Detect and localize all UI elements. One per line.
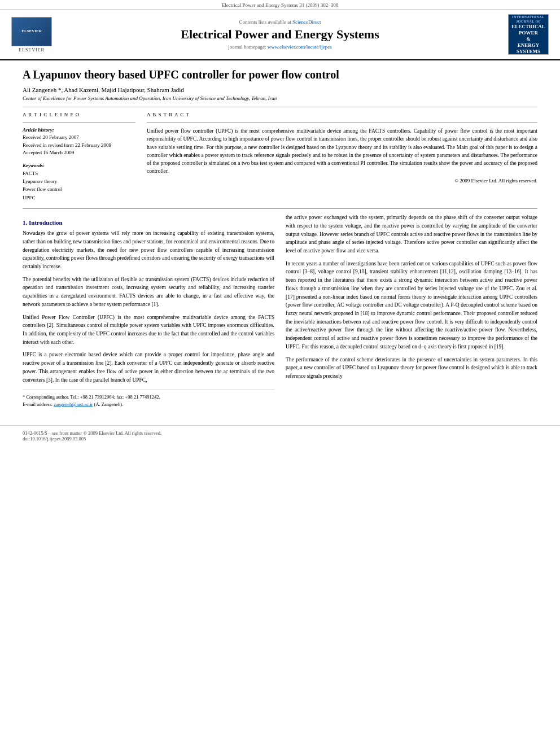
- info-divider: [23, 122, 135, 123]
- right-logo-box: INTERNATIONAL JOURNAL OF ELECTRICALPOWER…: [508, 14, 549, 55]
- received-1: Received 20 February 2007: [23, 134, 135, 142]
- affiliation: Center of Excellence for Power Systems A…: [23, 95, 537, 101]
- keyword-2: Lyapunov theory: [23, 177, 135, 185]
- abstract-text: Unified power flow controller (UPFC) is …: [147, 127, 537, 176]
- accepted: Accepted 16 March 2009: [23, 149, 135, 157]
- journal-title: Electrical Power and Energy Systems: [65, 27, 495, 42]
- section1-title: 1. Introduction: [23, 219, 274, 226]
- intro-para3: Unified Power Flow Controller (UPFC) is …: [23, 313, 274, 347]
- journal-right-logo: INTERNATIONAL JOURNAL OF ELECTRICALPOWER…: [506, 14, 551, 55]
- abstract-divider: [147, 122, 537, 123]
- body-two-col: 1. Introduction Nowadays the grow of pow…: [23, 213, 537, 408]
- article-info: A R T I C L E I N F O Article history: R…: [23, 112, 135, 202]
- sciencedirect-link[interactable]: ScienceDirect: [292, 19, 321, 25]
- info-abstract-row: A R T I C L E I N F O Article history: R…: [23, 112, 537, 202]
- elsevier-logo-text: ELSEVIER: [21, 29, 41, 34]
- journal-center: Contents lists available at ScienceDirec…: [54, 19, 506, 50]
- elsevier-logo: ELSEVIER ELSEVIER: [9, 17, 54, 53]
- right-logo-top: INTERNATIONAL JOURNAL OF: [511, 15, 546, 24]
- issn-line: 0142-0615/$ – see front matter © 2009 El…: [23, 430, 537, 436]
- right-logo-main: ELECTRICALPOWER&ENERGYSYSTEMS: [511, 24, 545, 54]
- journal-header: ELSEVIER ELSEVIER Contents lists availab…: [0, 10, 560, 60]
- doi-line: doi:10.1016/j.ijepes.2009.03.005: [23, 436, 537, 442]
- abstract-heading: A B S T R A C T: [147, 112, 537, 117]
- journal-citation: Electrical Power and Energy Systems 31 (…: [222, 2, 339, 8]
- right-para3: The performance of the control scheme de…: [286, 356, 537, 381]
- right-para1: the active power exchanged with the syst…: [286, 213, 537, 255]
- contents-line: Contents lists available at ScienceDirec…: [65, 19, 495, 25]
- col-left: 1. Introduction Nowadays the grow of pow…: [23, 213, 274, 408]
- copyright-line: © 2009 Elsevier Ltd. All rights reserved…: [147, 178, 537, 184]
- article-title: A Lyapunov theory based UPFC controller …: [23, 67, 537, 82]
- intro-para1: Nowadays the grow of power systems will …: [23, 229, 274, 271]
- elsevier-logo-box: ELSEVIER: [11, 17, 52, 46]
- keyword-4: UPFC: [23, 194, 135, 202]
- keywords-block: Keywords: FACTS Lyapunov theory Power fl…: [23, 163, 135, 202]
- received-revised: Received in revised form 22 February 200…: [23, 142, 135, 150]
- keyword-1: FACTS: [23, 169, 135, 177]
- elsevier-text: ELSEVIER: [19, 47, 45, 53]
- keyword-3: Power flow control: [23, 185, 135, 193]
- fn-corresponding: * Corresponding author. Tel.: +98 21 739…: [23, 394, 274, 401]
- journal-homepage: journal homepage: www.elsevier.com/locat…: [65, 44, 495, 50]
- article-container: A Lyapunov theory based UPFC controller …: [0, 60, 560, 420]
- authors: Ali Zangeneh *, Ahad Kazemi, Majid Hajat…: [23, 86, 537, 93]
- fn-email-link[interactable]: zangeneh@iust.ac.ir: [54, 401, 93, 407]
- history-heading: Article history:: [23, 127, 135, 133]
- divider-2: [23, 208, 537, 209]
- article-info-heading: A R T I C L E I N F O: [23, 112, 135, 117]
- keywords-heading: Keywords:: [23, 163, 135, 168]
- divider-1: [23, 107, 537, 107]
- homepage-link[interactable]: www.elsevier.com/locate/ijepes: [268, 44, 332, 50]
- footnote-area: * Corresponding author. Tel.: +98 21 739…: [23, 390, 274, 408]
- abstract-section: A B S T R A C T Unified power flow contr…: [147, 112, 537, 202]
- top-bar: Electrical Power and Energy Systems 31 (…: [0, 0, 560, 10]
- intro-para2: The potential benefits with the utilizat…: [23, 276, 274, 309]
- intro-para4: UPFC is a power electronic based device …: [23, 351, 274, 384]
- right-para2: In recent years a number of investigatio…: [286, 260, 537, 351]
- bottom-bar: 0142-0615/$ – see front matter © 2009 El…: [0, 425, 560, 444]
- col-right: the active power exchanged with the syst…: [286, 213, 537, 408]
- fn-email: E-mail address: zangeneh@iust.ac.ir (A. …: [23, 401, 274, 408]
